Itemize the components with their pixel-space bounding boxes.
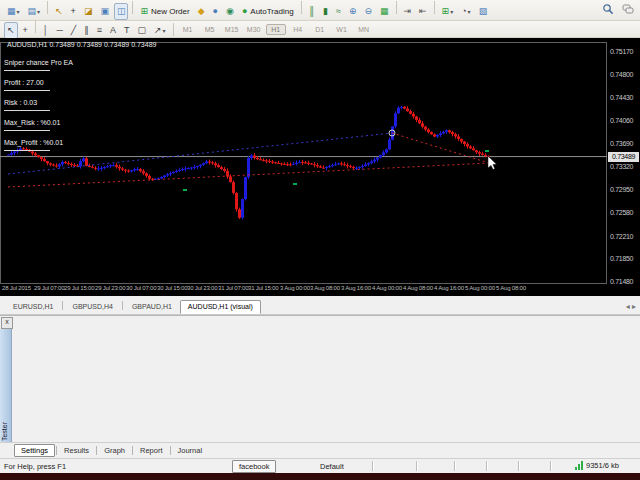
tester-tab-graph[interactable]: Graph [98,445,131,456]
status-bar: For Help, press F1 facebook Default 9351… [0,458,640,474]
tester-tab-report[interactable]: Report [134,445,169,456]
status-separator [486,461,488,471]
timeframe-d1[interactable]: D1 [310,24,330,35]
connection-status: 9351/6 kb [575,461,619,470]
facebook-button[interactable]: facebook [232,460,276,473]
timeframe-m1[interactable]: M1 [178,24,198,35]
new-order-button-label: New Order [151,7,190,16]
new-order-button[interactable]: ⊞New Order [137,3,192,20]
cursor-tool[interactable]: ↖ [4,22,18,39]
timeframe-m30[interactable]: M30 [244,24,264,35]
timeframe-m15[interactable]: M15 [222,24,242,35]
cursor-tool-button[interactable]: ↖ [52,3,66,20]
status-help-text: For Help, press F1 [4,462,66,471]
vertical-line-tool[interactable]: │ [40,22,52,39]
label-tool[interactable]: T [121,22,133,39]
drawing-tool-icons: ↖+│─╱∥≡AT▢↗▾ [3,20,170,39]
profiles-button[interactable]: ▤▾ [25,3,44,20]
time-axis-label: 31 Jul 07:00 [218,285,248,291]
timeframe-mn[interactable]: MN [354,24,374,35]
close-icon[interactable]: x [1,317,13,329]
crosshair-tool[interactable]: + [20,22,31,39]
status-separator [518,461,520,471]
bottom-strip [0,473,640,480]
timeframe-h1[interactable]: H1 [266,24,286,35]
line-chart-mode-button[interactable]: ≈ [333,3,344,20]
bar-chart-mode-button[interactable]: ║ [306,3,318,20]
price-axis-label: 0.74060 [610,117,638,124]
ea-overlay-underline [4,110,50,111]
ea-overlay-text: Profit : 27.00 [4,79,134,86]
tab-scroll-arrows[interactable]: ◂ ▸ [626,302,636,311]
price-axis-label: 0.73320 [610,163,638,170]
time-axis-label: 3 Aug 08:00 [310,285,340,291]
timeframe-m5[interactable]: M5 [200,24,220,35]
price-axis-label: 0.71850 [610,255,638,262]
chart-tab-1[interactable]: EURUSD,H1 [5,300,61,314]
data-window-button[interactable]: ▣ [97,3,112,20]
time-axis-label: 4 Aug 16:00 [434,285,464,291]
chart-tab-2[interactable]: GBPUSD,H4 [64,300,120,314]
ea-overlay-underline [4,130,50,131]
chart-tab-4[interactable]: AUDUSD,H1 (visual) [180,300,261,314]
autotrading-button[interactable]: ●AutoTrading [239,3,297,20]
chart-shift-button[interactable]: ⇤ [416,3,430,20]
navigator-button-icon: ◉ [226,7,234,16]
new-chart-button[interactable]: ▦▾ [4,3,23,20]
chart-shift-button-icon: ⇤ [419,7,427,16]
scroll-chart-button[interactable]: ◪ [81,3,96,20]
price-axis-label: 0.72210 [610,233,638,240]
periods-button[interactable]: ◔▾ [458,3,473,20]
navigator-button[interactable]: ◉ [223,3,237,20]
toolbar-right-icons [602,3,634,15]
zoom-out-button[interactable]: ⊖ [361,3,375,20]
chart-ohlc-readout: AUDUSD,H1 0.73489 0.73489 0.73489 0.7348… [7,41,156,48]
timeframe-w1[interactable]: W1 [332,24,352,35]
terminal-button[interactable]: ● [210,3,221,20]
templates-button[interactable]: ▧ [476,3,491,20]
tester-tab-journal[interactable]: Journal [172,445,209,456]
tile-windows-button[interactable]: ▦ [377,3,392,20]
horizontal-line-tool[interactable]: ─ [53,22,65,39]
tab-separator [132,446,133,455]
time-axis-label: 30 Jul 07:00 [126,285,156,291]
text-tool-icon: A [110,26,116,35]
market-watch-button[interactable]: ◫ [114,3,129,20]
tile-windows-button-icon: ▦ [380,7,389,16]
tab-separator [170,446,171,455]
indicator-arrow-button[interactable]: ◆ [195,3,208,20]
price-axis-label: 0.71480 [610,278,638,285]
line-studies-toolbar: ↖+│─╱∥≡AT▢↗▾ M1M5M15M30H1H4D1W1MN [0,21,640,38]
tester-tab-results[interactable]: Results [58,445,95,456]
fibonacci-tool[interactable]: ≡ [94,22,105,39]
zoom-in-button[interactable]: ⊕ [346,3,360,20]
chart-tabs: EURUSD,H1GBPUSD,H4GBPAUD,H1AUDUSD,H1 (vi… [5,300,261,314]
timeframe-h4[interactable]: H4 [288,24,308,35]
indicators-list-button[interactable]: ⊞▾ [439,3,457,20]
chat-icon[interactable] [622,3,634,15]
crosshair-tool-button[interactable]: + [68,3,79,20]
current-price-tag: 0.73489 [608,152,639,162]
profile-name: Default [320,462,344,471]
price-axis-label: 0.72580 [610,209,638,216]
text-tool[interactable]: A [107,22,119,39]
chart-tab-3[interactable]: GBPAUD,H1 [124,300,180,314]
chart-tab-bar: EURUSD,H1GBPUSD,H4GBPAUD,H1AUDUSD,H1 (vi… [0,296,640,315]
trendline-tool[interactable]: ╱ [68,22,79,39]
auto-scroll-button[interactable]: ⇥ [401,3,415,20]
chart-area[interactable]: AUDUSD,H1 0.73489 0.73489 0.73489 0.7348… [0,38,640,296]
arrows-tool[interactable]: ↗▾ [151,22,169,39]
tester-tab-settings[interactable]: Settings [14,444,55,457]
time-axis-label: 5 Aug 00:00 [465,285,495,291]
shapes-tool[interactable]: ▢ [135,22,150,39]
price-axis-label: 0.73690 [610,140,638,147]
time-axis-label: 5 Aug 08:00 [496,285,526,291]
channel-tool-icon: ∥ [84,26,89,35]
chevron-down-icon: ▾ [468,8,471,15]
crosshair-tool-button-icon: + [71,7,76,16]
toolbar-separator [47,1,48,14]
tester-panel-strip: Tester [0,329,12,443]
search-icon[interactable] [602,3,614,15]
candlestick-mode-button[interactable]: ▮ [320,3,331,20]
channel-tool[interactable]: ∥ [81,22,92,39]
